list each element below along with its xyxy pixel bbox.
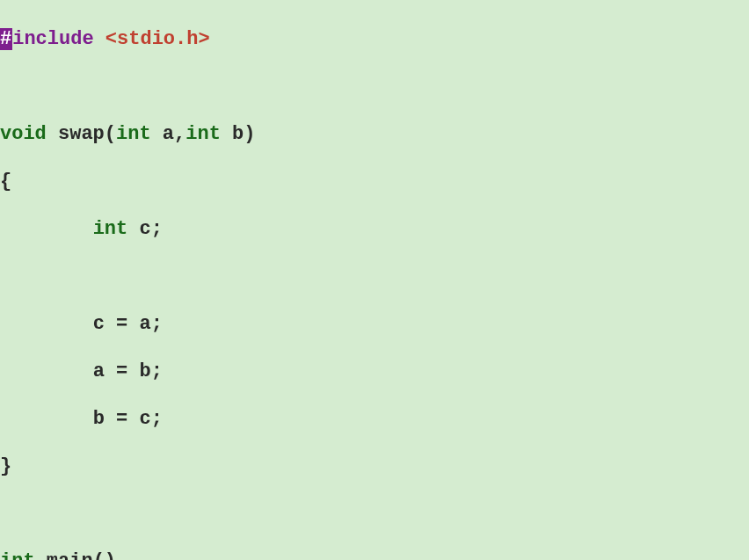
blank-line	[0, 75, 749, 98]
indent	[0, 218, 93, 240]
cursor: #	[0, 28, 12, 50]
function-name: main	[47, 550, 93, 560]
preproc-keyword: include	[12, 28, 93, 50]
code-editor: #include <stdio.h> void swap(int a,int b…	[0, 0, 749, 560]
identifier: c	[139, 218, 150, 240]
keyword: int	[185, 123, 221, 145]
space	[221, 123, 232, 145]
blank-line	[0, 265, 749, 288]
brace: {	[0, 171, 11, 193]
code-line: {	[0, 170, 749, 193]
space	[35, 550, 47, 560]
space	[151, 123, 163, 145]
space	[47, 123, 58, 145]
code-line: b = c;	[0, 407, 749, 431]
param: a	[163, 123, 174, 145]
paren: (	[105, 123, 116, 145]
brace: }	[0, 455, 11, 477]
keyword: int	[0, 550, 35, 560]
comma: ,	[174, 123, 185, 145]
indent	[0, 313, 93, 335]
keyword: int	[93, 218, 128, 240]
indent	[0, 360, 93, 382]
statement: b = c;	[93, 408, 163, 430]
space	[94, 28, 105, 50]
space	[127, 218, 139, 240]
indent	[0, 408, 93, 430]
code-line: a = b;	[0, 360, 749, 383]
code-line: #include <stdio.h>	[0, 27, 749, 51]
function-name: swap	[58, 123, 105, 145]
statement: c = a;	[93, 313, 163, 335]
param: b	[232, 123, 244, 145]
code-line: c = a;	[0, 312, 749, 336]
paren: )	[244, 123, 255, 145]
code-line: void swap(int a,int b)	[0, 122, 749, 146]
statement: a = b;	[93, 360, 163, 382]
semicolon: ;	[151, 218, 163, 240]
code-line: int c;	[0, 217, 749, 241]
keyword: void	[0, 123, 47, 145]
blank-line	[0, 502, 749, 526]
parens: ()	[93, 550, 116, 560]
code-line: int main()	[0, 549, 749, 560]
header-name: <stdio.h>	[105, 28, 210, 50]
keyword: int	[116, 123, 151, 145]
code-line: }	[0, 455, 749, 478]
